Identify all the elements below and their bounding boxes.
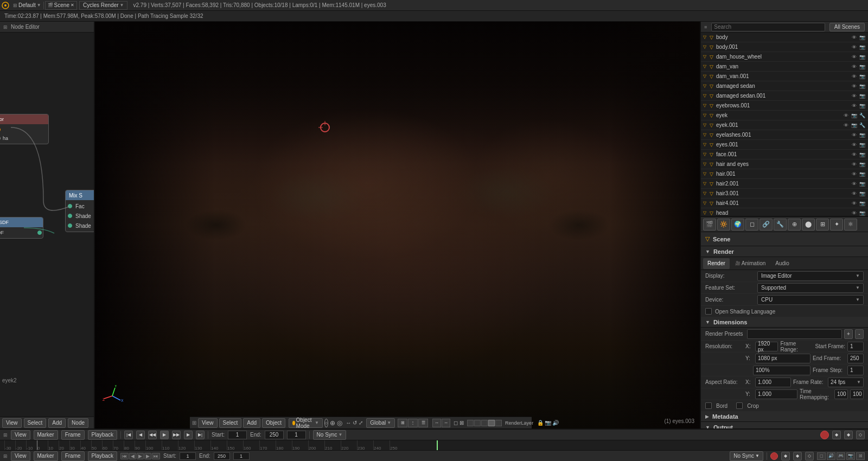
overlay-grid-btn[interactable]: ⊞	[398, 419, 407, 427]
outliner-item-hair4001[interactable]: ▽ ▽ hair4.001 👁 📷	[701, 199, 868, 208]
object-props-btn[interactable]: ◻	[745, 219, 758, 230]
keyframe-btn[interactable]: ◆	[832, 431, 841, 439]
record-mini-btn[interactable]	[770, 452, 778, 460]
crop-checkbox[interactable]	[736, 402, 743, 409]
display-value-dropdown[interactable]: Image Editor ▼	[757, 271, 864, 281]
rotate-icon[interactable]: ↺	[353, 420, 357, 426]
data-btn[interactable]: ⊕	[788, 219, 801, 230]
rend-11[interactable]: 📷	[858, 141, 866, 149]
metadata-section-header[interactable]: ▶ Metadata	[701, 411, 868, 422]
hash-socket[interactable]	[0, 136, 1, 140]
vis-15[interactable]: 👁	[850, 180, 858, 188]
rend-15[interactable]: 📷	[858, 180, 866, 188]
visibility-icon-body[interactable]: 👁	[850, 34, 858, 41]
render-icon-2[interactable]: 📷	[858, 53, 866, 61]
dimensions-section-header[interactable]: ▼ Dimensions	[701, 317, 868, 328]
layer-btn-2[interactable]	[474, 420, 481, 426]
object-menu-btn[interactable]: Object	[262, 418, 285, 428]
presets-remove-btn[interactable]: -	[855, 329, 864, 339]
kf-mini-2[interactable]: ◆	[793, 452, 802, 460]
render-viewport[interactable]: X Y Z (1) eyes.003 ⊞ View Select Add Obj…	[95, 22, 700, 428]
mix-fac-socket[interactable]	[68, 204, 72, 208]
vis-18[interactable]: 👁	[850, 209, 858, 216]
color-node[interactable]: lor ha	[0, 114, 49, 144]
bottom-play-end[interactable]: ⏭	[152, 453, 160, 459]
cam-btn[interactable]: 📷	[545, 420, 551, 426]
overlay-btn2[interactable]: ⋮	[408, 419, 418, 427]
transform-btn[interactable]: ⊕	[330, 419, 335, 427]
vis-10[interactable]: 👁	[850, 131, 858, 139]
layer-btn-1[interactable]	[467, 420, 474, 426]
scene-props-btn[interactable]: 🔆	[717, 219, 730, 230]
vis-13[interactable]: 👁	[850, 161, 858, 168]
vis-11[interactable]: 👁	[850, 141, 858, 149]
outliner-item-dam-van[interactable]: ▽ ▽ dam_van 👁 📷	[701, 62, 868, 72]
border-checkbox[interactable]	[705, 402, 712, 409]
node-view-btn[interactable]: View	[2, 418, 22, 428]
vis-8[interactable]: 👁	[842, 112, 850, 119]
sync-dropdown[interactable]: No Sync ▼	[313, 430, 347, 440]
global-btn[interactable]: Global ▼	[366, 418, 395, 428]
bottom-next[interactable]: ▶	[144, 453, 151, 459]
outliner-item-head[interactable]: ▽ ▽ head 👁 📷	[701, 208, 868, 216]
rend-6[interactable]: 📷	[858, 92, 866, 100]
rend-3[interactable]: 📷	[858, 63, 866, 71]
prev-frame-btn[interactable]: ◀	[136, 431, 145, 439]
rend-5[interactable]: 📷	[858, 82, 866, 90]
rend-12[interactable]: 📷	[858, 151, 866, 158]
current-frame-field[interactable]	[287, 431, 306, 439]
rend-4[interactable]: 📷	[858, 73, 866, 80]
outliner-item-hair2001[interactable]: ▽ ▽ hair2.001 👁 📷	[701, 179, 868, 189]
rend-8[interactable]: 📷	[850, 112, 858, 119]
bottom-playback-btn[interactable]: Playback	[88, 451, 118, 461]
grab-icon[interactable]: ↔	[346, 420, 351, 426]
modifier-btn[interactable]: 🔧	[774, 219, 787, 230]
frame-menu[interactable]: Frame	[61, 430, 85, 440]
start-frame-input[interactable]: 1	[847, 342, 864, 351]
world-props-btn[interactable]: 🌍	[731, 219, 744, 230]
outliner-item-dam-van-001[interactable]: ▽ ▽ dam_van.001 👁 📷	[701, 72, 868, 81]
layer-btn-3[interactable]	[481, 420, 488, 426]
mix-shader1-socket[interactable]	[68, 214, 72, 218]
hide-overlay-btn[interactable]: ◻	[454, 420, 458, 426]
node-add-btn[interactable]: Add	[48, 418, 66, 428]
device-dropdown[interactable]: CPU ▼	[757, 295, 864, 305]
vis-3[interactable]: 👁	[850, 63, 858, 71]
time-remap-new-input[interactable]: 100	[850, 389, 864, 399]
output-section-header[interactable]: ▼ Output	[701, 422, 868, 428]
render-presets-input[interactable]	[747, 329, 842, 339]
node-canvas[interactable]: lor ha Mix S	[0, 33, 94, 428]
outliner-item-hair-and-eyes[interactable]: ▽ ▽ hair and eyes 👁 📷	[701, 159, 868, 169]
outliner-item-hair3001[interactable]: ▽ ▽ hair3.001 👁 📷	[701, 189, 868, 199]
vis-14[interactable]: 👁	[850, 170, 858, 178]
bsdf-node[interactable]: t BSDF BSDF	[0, 217, 43, 239]
current-frame-mini[interactable]	[233, 452, 250, 460]
view-menu-btn[interactable]: View	[198, 418, 218, 428]
layer-btn-4[interactable]	[488, 420, 495, 426]
bottom-icon[interactable]: ⊞	[3, 453, 8, 459]
outliner-item-eyelashes[interactable]: ▽ ▽ eyelashes.001 👁 📷	[701, 130, 868, 140]
node-node-btn[interactable]: Node	[68, 418, 88, 428]
outliner-item-hair001[interactable]: ▽ ▽ hair.001 👁 📷	[701, 169, 868, 179]
keyframe-btn2[interactable]: ◆	[844, 431, 853, 439]
jump-start-btn[interactable]: |◀	[124, 431, 133, 439]
all-scenes-button[interactable]: All Scenes	[829, 23, 865, 31]
rend-10[interactable]: 📷	[858, 131, 866, 139]
vis-6[interactable]: 👁	[850, 92, 858, 100]
start-frame-mini[interactable]	[180, 452, 196, 460]
outliner-item-face001[interactable]: ▽ ▽ face.001 👁 📷	[701, 150, 868, 159]
presets-add-btn[interactable]: +	[844, 329, 853, 339]
jump-end-btn[interactable]: ▶|	[196, 431, 205, 439]
viewport-icon[interactable]: ⊞	[192, 420, 196, 426]
mix-shader-node[interactable]: Mix S Fac Shade Shade	[65, 190, 94, 232]
br-btn4[interactable]: 📷	[846, 452, 855, 460]
rend-13[interactable]: 📷	[858, 161, 866, 168]
outliner-search[interactable]	[711, 23, 825, 31]
end-frame-mini[interactable]	[214, 452, 230, 460]
outliner-item-eyes001[interactable]: ▽ ▽ eyes.001 👁 📷	[701, 140, 868, 150]
lock-btn[interactable]: 🔒	[537, 420, 544, 426]
bsdf-output[interactable]	[37, 230, 42, 235]
bottom-marker-btn[interactable]: Marker	[34, 451, 58, 461]
rend-14[interactable]: 📷	[858, 170, 866, 178]
outliner-item-eyek001[interactable]: ▽ ▽ eyek.001 👁 📷 🔧	[701, 120, 868, 130]
